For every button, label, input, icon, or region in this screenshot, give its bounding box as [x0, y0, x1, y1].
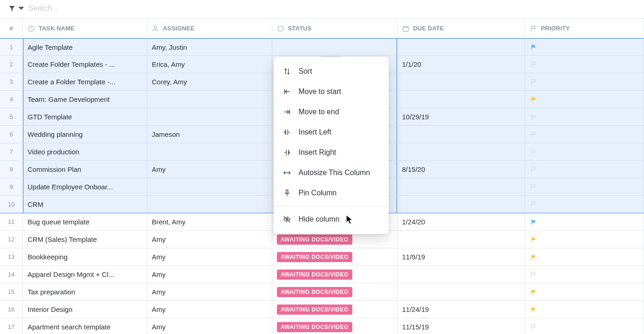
priority-cell[interactable]: [525, 266, 644, 283]
priority-cell[interactable]: [525, 318, 644, 334]
assignee-cell[interactable]: [147, 196, 272, 213]
row-number-cell[interactable]: 13: [0, 248, 23, 266]
priority-flag-icon[interactable]: [530, 43, 537, 51]
row-number-cell[interactable]: 3: [0, 73, 23, 91]
priority-cell[interactable]: [525, 161, 644, 178]
assignee-cell[interactable]: Amy: [147, 318, 272, 334]
row-number-cell[interactable]: 10: [0, 196, 23, 213]
priority-cell[interactable]: [525, 126, 644, 143]
priority-cell[interactable]: [525, 301, 644, 318]
table-row[interactable]: 14Apparel Design Mgmt + Cl...AmyAWAITING…: [0, 266, 644, 283]
assignee-cell[interactable]: Jameson: [147, 126, 272, 143]
col-header-assignee[interactable]: ASSIGNEE: [147, 19, 272, 38]
ctx-insert-left[interactable]: Insert Left: [274, 122, 389, 142]
task-name-cell[interactable]: GTD Template: [23, 108, 147, 126]
table-row[interactable]: 1Agile TemplateAmy, Justin: [0, 38, 644, 56]
priority-flag-icon[interactable]: [530, 236, 537, 243]
priority-flag-icon[interactable]: [530, 271, 537, 278]
assignee-cell[interactable]: Amy, Justin: [147, 38, 272, 56]
priority-cell[interactable]: [525, 108, 644, 126]
status-badge[interactable]: AWAITING DOCS/VIDEO: [277, 322, 352, 332]
priority-cell[interactable]: [525, 38, 644, 56]
ctx-sort[interactable]: Sort: [274, 61, 389, 82]
priority-flag-icon[interactable]: [530, 183, 537, 191]
due-date-cell[interactable]: [397, 283, 525, 301]
priority-flag-icon[interactable]: [530, 288, 537, 296]
assignee-cell[interactable]: Corey, Amy: [147, 73, 272, 91]
task-name-cell[interactable]: CRM: [23, 196, 147, 213]
due-date-cell[interactable]: [397, 178, 525, 196]
priority-flag-icon[interactable]: [530, 148, 537, 156]
row-number-cell[interactable]: 15: [0, 283, 23, 301]
task-name-cell[interactable]: Agile Template: [23, 38, 147, 56]
table-row[interactable]: 13BookkeepingAmyAWAITING DOCS/VIDEO11/9/…: [0, 248, 644, 266]
col-header-due-date[interactable]: DUE DATE: [397, 19, 525, 38]
row-number-cell[interactable]: 2: [0, 56, 23, 73]
priority-flag-icon[interactable]: [530, 201, 537, 208]
priority-flag-icon[interactable]: [530, 306, 537, 313]
assignee-cell[interactable]: [147, 143, 272, 161]
row-number-cell[interactable]: 17: [0, 318, 23, 334]
priority-cell[interactable]: [525, 91, 644, 108]
status-badge[interactable]: AWAITING DOCS/VIDEO: [277, 234, 352, 245]
filter-button[interactable]: [8, 5, 25, 12]
priority-flag-icon[interactable]: [530, 166, 537, 173]
task-name-cell[interactable]: Bug queue template: [23, 213, 147, 231]
task-name-cell[interactable]: Tax preparation: [23, 283, 147, 301]
assignee-cell[interactable]: Amy: [147, 231, 272, 248]
table-row[interactable]: 15Tax preparationAmyAWAITING DOCS/VIDEO: [0, 283, 644, 301]
status-cell[interactable]: AWAITING DOCS/VIDEO: [272, 301, 397, 318]
status-badge[interactable]: AWAITING DOCS/VIDEO: [277, 252, 352, 262]
row-number-cell[interactable]: 1: [0, 38, 23, 56]
priority-flag-icon[interactable]: [530, 96, 537, 103]
col-header-task-name[interactable]: TASK NAME: [23, 19, 147, 38]
due-date-cell[interactable]: [397, 196, 525, 213]
task-name-cell[interactable]: Bookkeeping: [23, 248, 147, 266]
ctx-insert-right[interactable]: Insert Right: [274, 142, 389, 163]
due-date-cell[interactable]: [397, 73, 525, 91]
assignee-cell[interactable]: [147, 178, 272, 196]
table-row[interactable]: 16Interior DesignAmyAWAITING DOCS/VIDEO1…: [0, 301, 644, 318]
row-number-cell[interactable]: 12: [0, 231, 23, 248]
assignee-cell[interactable]: Amy: [147, 248, 272, 266]
priority-flag-icon[interactable]: [530, 218, 537, 226]
due-date-cell[interactable]: 1/1/20: [397, 56, 525, 73]
assignee-cell[interactable]: Amy: [147, 266, 272, 283]
task-name-cell[interactable]: Create Folder Templates - ...: [23, 56, 147, 73]
due-date-cell[interactable]: 11/15/19: [397, 318, 525, 334]
assignee-cell[interactable]: Erica, Amy: [147, 56, 272, 73]
due-date-cell[interactable]: 1/24/20: [397, 213, 525, 231]
priority-flag-icon[interactable]: [530, 113, 537, 121]
priority-cell[interactable]: [525, 283, 644, 301]
task-name-cell[interactable]: Wedding planning: [23, 126, 147, 143]
row-number-cell[interactable]: 7: [0, 143, 23, 161]
priority-cell[interactable]: [525, 56, 644, 73]
ctx-pin-column[interactable]: Pin Column: [274, 183, 389, 203]
priority-flag-icon[interactable]: [530, 61, 537, 68]
priority-cell[interactable]: [525, 231, 644, 248]
due-date-cell[interactable]: 11/24/19: [397, 301, 525, 318]
context-menu-handle[interactable]: [321, 55, 342, 57]
status-cell[interactable]: [272, 38, 397, 56]
task-name-cell[interactable]: Commission Plan: [23, 161, 147, 178]
assignee-cell[interactable]: Amy: [147, 283, 272, 301]
status-cell[interactable]: AWAITING DOCS/VIDEO: [272, 266, 397, 283]
assignee-cell[interactable]: Amy: [147, 301, 272, 318]
priority-cell[interactable]: [525, 248, 644, 266]
due-date-cell[interactable]: 10/29/19: [397, 108, 525, 126]
task-name-cell[interactable]: Update Employee Onboar...: [23, 178, 147, 196]
status-cell[interactable]: AWAITING DOCS/VIDEO: [272, 248, 397, 266]
due-date-cell[interactable]: [397, 231, 525, 248]
due-date-cell[interactable]: [397, 126, 525, 143]
status-cell[interactable]: AWAITING DOCS/VIDEO: [272, 283, 397, 301]
task-name-cell[interactable]: Interior Design: [23, 301, 147, 318]
priority-cell[interactable]: [525, 73, 644, 91]
row-number-cell[interactable]: 6: [0, 126, 23, 143]
priority-cell[interactable]: [525, 213, 644, 231]
row-number-cell[interactable]: 14: [0, 266, 23, 283]
assignee-cell[interactable]: Amy: [147, 161, 272, 178]
col-header-priority[interactable]: PRIORITY: [525, 19, 644, 38]
due-date-cell[interactable]: [397, 38, 525, 56]
due-date-cell[interactable]: 11/9/19: [397, 248, 525, 266]
ctx-move-to-start[interactable]: Move to start: [274, 82, 389, 102]
